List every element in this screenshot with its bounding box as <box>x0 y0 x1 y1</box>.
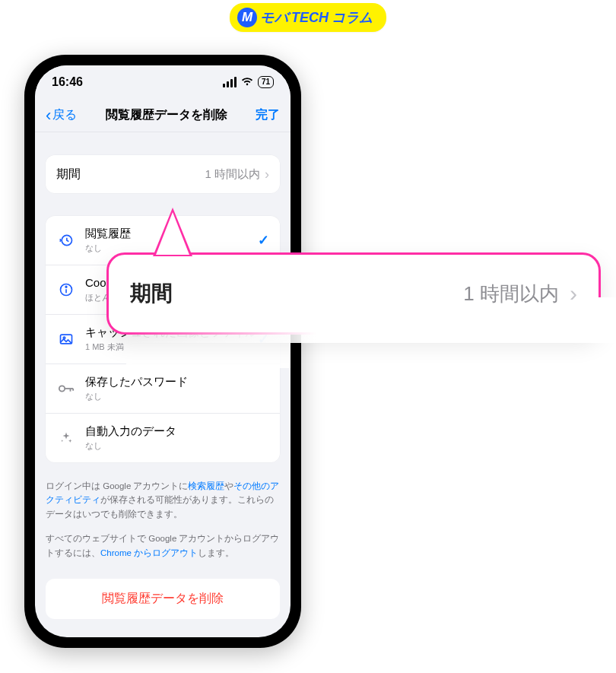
wifi-icon <box>241 76 253 88</box>
chevron-left-icon: ‹ <box>46 106 51 125</box>
key-icon <box>56 379 76 398</box>
list-item-sub: 1 MB 未満 <box>85 341 256 353</box>
check-icon: ✓ <box>258 232 269 249</box>
back-button[interactable]: ‹ 戻る <box>46 106 77 125</box>
back-label: 戻る <box>52 107 77 123</box>
sparkle-icon <box>56 428 76 448</box>
list-item[interactable]: 保存したパスワード なし <box>46 363 280 413</box>
period-card: 期間 1 時間以内 › <box>46 155 280 193</box>
logo-text-2: TECH <box>291 10 329 26</box>
status-bar: 16:46 71 <box>35 65 291 99</box>
period-label: 期間 <box>56 167 81 183</box>
phone-screen: 16:46 71 ‹ 戻る 閲覧履歴データを削除 完了 期間 <box>35 65 291 637</box>
delete-button-card: 閲覧履歴データを削除 <box>46 579 280 619</box>
site-logo-pill: M モバ TECH コラム <box>230 3 386 32</box>
logo-text-3: コラム <box>332 8 373 27</box>
list-item-title: 閲覧履歴 <box>85 227 131 241</box>
list-item-sub: なし <box>85 391 188 402</box>
logo-text-1: モバ <box>260 8 288 27</box>
history-icon <box>56 230 76 250</box>
svg-point-6 <box>59 386 65 391</box>
logo-mark-icon: M <box>237 8 257 27</box>
phone-frame: 16:46 71 ‹ 戻る 閲覧履歴データを削除 完了 期間 <box>24 55 301 648</box>
period-value: 1 時間以内 › <box>205 167 269 183</box>
nav-bar: ‹ 戻る 閲覧履歴データを削除 完了 <box>35 99 291 132</box>
callout-label: 期間 <box>130 279 173 308</box>
list-item-title: 自動入力のデータ <box>85 424 176 439</box>
period-row[interactable]: 期間 1 時間以内 › <box>46 155 280 193</box>
callout-bubble: 期間 1 時間以内 › <box>106 252 601 335</box>
battery-indicator: 71 <box>258 76 274 88</box>
callout-value[interactable]: 1 時間以内 › <box>463 281 577 307</box>
status-time: 16:46 <box>52 75 83 89</box>
cellular-icon <box>223 77 237 87</box>
page-title: 閲覧履歴データを削除 <box>106 107 227 123</box>
status-indicators: 71 <box>223 76 274 88</box>
search-history-link[interactable]: 検索履歴 <box>188 481 224 490</box>
info-icon <box>56 280 76 300</box>
done-button[interactable]: 完了 <box>256 107 280 123</box>
image-icon <box>56 329 76 349</box>
chrome-logout-link[interactable]: Chrome からログアウト <box>100 548 198 557</box>
chevron-right-icon: › <box>265 167 269 183</box>
chevron-right-icon: › <box>570 281 577 306</box>
list-item-title: 保存したパスワード <box>85 375 188 389</box>
list-item-sub: なし <box>85 440 176 452</box>
svg-point-3 <box>65 286 67 287</box>
list-item[interactable]: 自動入力のデータ なし <box>46 413 280 462</box>
callout-tail-icon <box>153 208 192 256</box>
clear-data-button[interactable]: 閲覧履歴データを削除 <box>46 579 280 619</box>
footer-note: ログイン中は Google アカウントに検索履歴やその他のアクティビティが保存さ… <box>46 479 280 560</box>
